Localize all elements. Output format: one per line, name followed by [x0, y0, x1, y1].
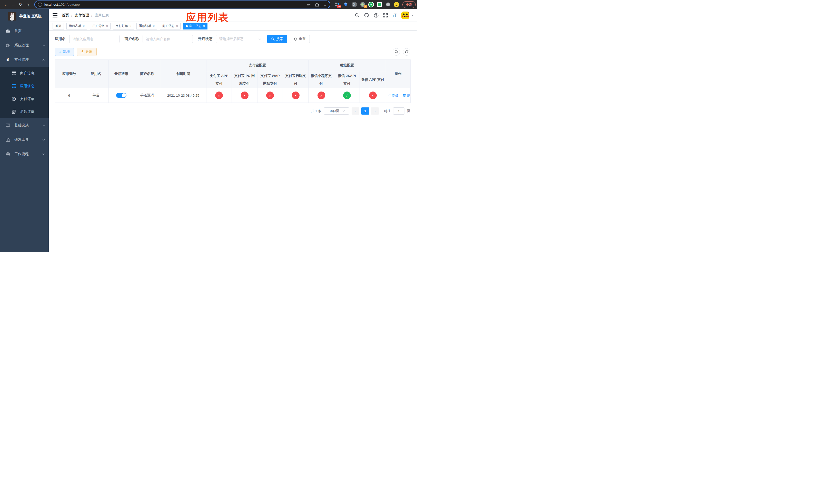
sidebar-item-label: 首页 — [14, 29, 22, 33]
search-icon — [395, 50, 398, 53]
main-area: 首页 / 支付管理 / 应用信息 тT ▾ 首页 流程表单× 用户分组× — [49, 9, 417, 252]
page-size-select[interactable]: 10条/页 — [324, 108, 349, 115]
ext-badge: 1 — [364, 5, 367, 8]
enabled-toggle[interactable] — [116, 93, 127, 98]
logo-rabbit-icon — [8, 12, 16, 21]
search-icon[interactable] — [355, 13, 359, 18]
page-size-value: 10条/页 — [328, 109, 339, 113]
sidebar-item-system[interactable]: 系统管理 — [0, 38, 49, 52]
font-size-icon[interactable]: тT — [393, 13, 396, 18]
top-navbar: 首页 / 支付管理 / 应用信息 тT ▾ — [49, 9, 417, 22]
status-label: 开启状态 — [198, 37, 212, 41]
github-icon[interactable] — [364, 13, 369, 18]
alipay-qr-status-icon: × — [292, 92, 300, 99]
refresh-table-button[interactable] — [403, 48, 410, 55]
sidebar-item-home[interactable]: 首页 — [0, 24, 49, 38]
tab-refund-orders[interactable]: 退款订单× — [136, 23, 157, 29]
bookmark-star-icon[interactable]: ☆ — [323, 3, 327, 6]
sidebar-item-pay-orders[interactable]: ¥ 支付订单 — [0, 93, 49, 105]
ext-chat-icon[interactable] — [377, 2, 382, 7]
cell-enabled — [109, 88, 134, 103]
share-icon[interactable] — [315, 3, 319, 7]
sidebar-item-infrastructure[interactable]: 基础设施 — [0, 118, 49, 133]
delete-link[interactable]: 删除 — [403, 93, 411, 98]
alipay-app-status-icon: × — [215, 92, 223, 99]
close-icon[interactable]: × — [153, 25, 155, 28]
breadcrumb-current: 应用信息 — [95, 13, 109, 18]
close-icon[interactable]: × — [83, 25, 85, 28]
browser-home-icon[interactable]: ⌂ — [24, 0, 31, 9]
tab-label: 首页 — [55, 24, 61, 28]
ext-command-icon[interactable]: ⌘ — [351, 2, 357, 7]
close-icon[interactable]: × — [106, 25, 108, 28]
shop-icon — [11, 71, 17, 75]
puzzle-extensions-icon[interactable] — [385, 2, 391, 7]
app-logo[interactable]: 芋道管理系统 — [0, 9, 49, 23]
table-toolbar: + 新增 导出 — [55, 48, 410, 56]
wx-app-status-icon: × — [369, 92, 377, 99]
add-button[interactable]: + 新增 — [55, 48, 74, 56]
wx-mini-status-icon: × — [317, 92, 325, 99]
reset-button[interactable]: 重置 — [290, 35, 310, 43]
url-text: localhost:1024/pay/app — [44, 3, 80, 6]
edit-pencil-icon — [388, 94, 391, 97]
download-icon — [81, 50, 84, 53]
close-icon[interactable]: × — [203, 25, 205, 28]
close-icon[interactable]: × — [130, 25, 131, 28]
cell-merchant: 芋道源码 — [134, 88, 160, 103]
sidebar-item-app-info[interactable]: 应用信息 — [0, 80, 49, 93]
profile-avatar-icon[interactable] — [394, 2, 399, 7]
sidebar-item-label: 应用信息 — [20, 84, 35, 88]
sidebar-item-dev-tools[interactable]: 研发工具 — [0, 133, 49, 147]
export-button[interactable]: 导出 — [77, 48, 97, 56]
tab-merchant-info[interactable]: 商户信息× — [160, 23, 180, 29]
forward-icon[interactable]: → — [10, 0, 17, 9]
address-bar[interactable]: i localhost:1024/pay/app ☆ — [35, 1, 330, 8]
status-select[interactable]: 请选择开启状态 — [216, 35, 264, 43]
sidebar-item-payment[interactable]: ¥ 支付管理 — [0, 52, 49, 67]
col-app-name: 应用名 — [83, 60, 109, 88]
tab-home[interactable]: 首页 — [52, 23, 64, 29]
fullscreen-icon[interactable] — [383, 13, 388, 18]
chevron-down-icon[interactable]: ▾ — [412, 14, 413, 17]
close-icon[interactable]: × — [176, 25, 178, 28]
breadcrumb-payment[interactable]: 支付管理 — [74, 13, 89, 18]
key-icon[interactable] — [307, 3, 311, 7]
sidebar-item-label: 系统管理 — [14, 43, 29, 48]
help-icon[interactable] — [374, 13, 378, 18]
user-avatar[interactable] — [401, 12, 409, 19]
merchant-name-input[interactable] — [142, 35, 193, 43]
reload-icon[interactable]: ↻ — [17, 0, 24, 9]
edit-link[interactable]: 修改 — [388, 93, 398, 98]
next-page-button[interactable]: › — [371, 108, 379, 115]
navbar-actions: тT ▾ — [355, 12, 413, 19]
ext-tiles-icon[interactable]: 10 — [334, 2, 340, 7]
col-wx-mini: 微信小程序支付 — [308, 71, 334, 88]
app-name-input[interactable] — [69, 35, 119, 43]
prev-page-button[interactable]: ‹ — [352, 108, 359, 115]
tab-pay-orders[interactable]: 支付订单× — [113, 23, 134, 29]
goto-page-input[interactable] — [393, 108, 404, 115]
col-created: 创建时间 — [160, 60, 206, 88]
breadcrumb-home[interactable]: 首页 — [62, 13, 69, 18]
ext-gem-icon[interactable] — [343, 2, 349, 7]
breadcrumb: 首页 / 支付管理 / 应用信息 — [62, 13, 109, 18]
sidebar-item-label: 商户信息 — [20, 71, 35, 76]
info-icon[interactable]: i — [38, 3, 42, 7]
tab-user-group[interactable]: 用户分组× — [90, 23, 111, 29]
col-merchant: 商户名称 — [134, 60, 160, 88]
ext-v-logo-icon[interactable]: V — [368, 2, 374, 7]
sidebar-item-merchant-info[interactable]: 商户信息 — [0, 67, 49, 80]
sidebar-item-workflow[interactable]: 工作流程 — [0, 147, 49, 161]
ext-capture-icon[interactable]: 1 — [360, 2, 366, 7]
browser-update-button[interactable]: 更新 — [402, 1, 416, 8]
sidebar-toggle-icon[interactable] — [52, 13, 58, 18]
search-button[interactable]: 搜索 — [267, 35, 287, 43]
tab-process-form[interactable]: 流程表单× — [66, 23, 87, 29]
sidebar-item-refund-orders[interactable]: 退款订单 — [0, 105, 49, 118]
toggle-search-button[interactable] — [393, 48, 400, 55]
cell-app-id: 6 — [55, 88, 83, 103]
alipay-pc-status-icon: × — [241, 92, 248, 99]
back-icon[interactable]: ← — [3, 0, 10, 9]
page-1-button[interactable]: 1 — [361, 108, 369, 115]
